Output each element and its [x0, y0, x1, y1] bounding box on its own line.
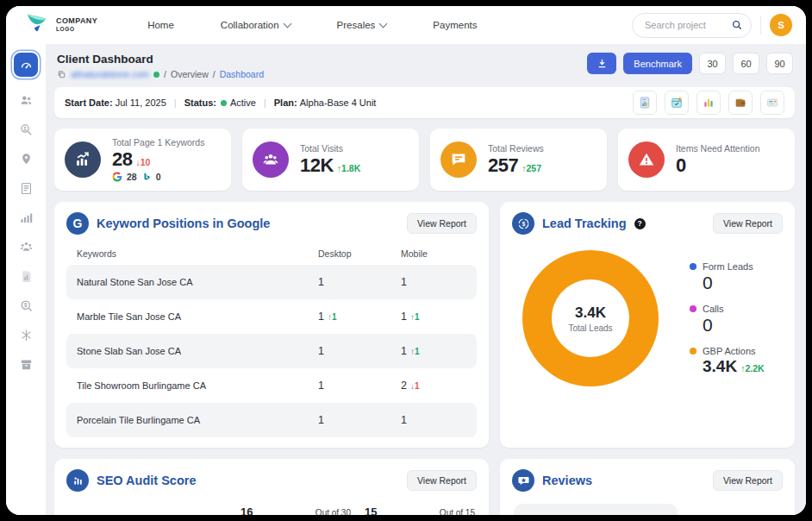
copy-icon[interactable] — [57, 70, 66, 79]
stat-delta: ↑1.8K — [337, 163, 360, 173]
stat-card-keywords: Total Page 1 Keywords 28 ↓10 28 0 — [54, 129, 231, 191]
keyword-cell: Tile Showroom Burlingame CA — [77, 380, 318, 391]
view-report-button[interactable]: View Report — [407, 470, 477, 491]
legend-label: Form Leads — [703, 261, 753, 272]
nav-collaboration[interactable]: Collaboration — [221, 20, 290, 30]
range-30-button[interactable]: 30 — [699, 53, 726, 74]
bing-keyword-count: 0 — [156, 172, 161, 182]
logo-text-logo: LOGO — [56, 27, 97, 33]
sidebar-item-users[interactable] — [18, 92, 34, 108]
table-header: Keywords Desktop Mobile — [66, 242, 477, 265]
legend-item-calls: Calls 0 — [690, 304, 765, 336]
range-60-button[interactable]: 60 — [733, 53, 759, 74]
sidebar-item-locations[interactable] — [18, 151, 34, 166]
keyword-cell: Natural Stone San Jose CA — [77, 277, 318, 287]
stat-title: Total Visits — [300, 143, 360, 154]
legend-item-form-leads: Form Leads 0 — [690, 261, 765, 293]
seo-audit-panel: SEO Audit Score View Report 16Out of 30 … — [54, 459, 489, 515]
plan-label: Plan: — [274, 97, 297, 108]
nav-payments[interactable]: Payments — [433, 20, 477, 30]
project-domain-link[interactable]: allnaturalstone.com — [71, 69, 149, 79]
wallet-icon[interactable] — [728, 91, 753, 115]
keyword-cell: Marble Tile San Jose CA — [77, 311, 318, 322]
column-keywords: Keywords — [77, 248, 318, 259]
score-value: 15 — [365, 505, 377, 515]
stat-title: Items Need Attention — [676, 143, 759, 154]
report-doc-icon — [19, 181, 34, 196]
total-leads-label: Total Leads — [568, 323, 612, 333]
stat-value: 12K — [300, 154, 334, 177]
desktop-rank: 1 — [318, 311, 324, 323]
reviews-panel: Reviews View Report 4.4 — [500, 459, 795, 515]
stat-delta: ↑257 — [522, 163, 541, 173]
sidebar-item-billing[interactable]: $ — [18, 298, 34, 313]
archive-box-icon — [19, 357, 34, 372]
nav-presales[interactable]: Presales — [337, 20, 387, 30]
stat-value: 28 — [112, 148, 132, 171]
calendar-icon[interactable] — [665, 91, 689, 115]
nav-home[interactable]: Home — [147, 20, 174, 30]
sidebar-item-dashboard[interactable] — [14, 53, 38, 77]
legend-label: Calls — [703, 304, 723, 314]
stat-title: Total Reviews — [488, 143, 544, 154]
google-icon — [112, 172, 122, 182]
view-report-button[interactable]: View Report — [713, 470, 783, 491]
desktop-rank: 1 — [318, 345, 324, 357]
snowflake-icon — [19, 328, 34, 342]
sidebar-item-archive[interactable] — [18, 356, 34, 372]
main-content: Client Dashboard allnaturalstone.com / O… — [46, 44, 806, 515]
search-input[interactable] — [643, 19, 731, 31]
sidebar-item-rankings[interactable] — [18, 210, 34, 225]
panel-title: Keyword Positions in Google — [97, 217, 270, 230]
breadcrumb-overview: Overview — [171, 69, 209, 79]
svg-text:$: $ — [522, 220, 525, 227]
stat-delta: ↓10 — [135, 157, 150, 167]
table-row: Porcelain Tile Burlingame CA 1 1 — [66, 403, 477, 437]
user-avatar[interactable]: S — [770, 14, 792, 36]
search-icon[interactable] — [731, 19, 743, 31]
average-rating: 4.4 — [528, 512, 664, 515]
separator: | — [174, 97, 177, 108]
sidebar-item-team[interactable] — [18, 239, 34, 254]
lead-tracking-panel: $ Lead Tracking ? View Report 3.4K Total… — [500, 202, 795, 448]
sidebar-item-settings[interactable] — [18, 327, 34, 342]
team-icon — [19, 240, 34, 254]
seo-score-bars: 16Out of 30 On-Page Optimization 15Out o… — [66, 505, 477, 515]
project-search[interactable] — [632, 13, 752, 38]
legend-value: 0 — [703, 273, 713, 293]
report-icon[interactable] — [633, 91, 657, 115]
legend-delta: ↑2.2K — [740, 363, 764, 373]
leads-donut-chart: 3.4K Total Leads — [522, 250, 659, 386]
table-row: Natural Stone San Jose CA 1 1 — [66, 265, 477, 299]
sidebar-item-reports[interactable] — [18, 180, 34, 196]
company-logo[interactable]: COMPANY LOGO — [25, 14, 97, 36]
breadcrumb-dashboard[interactable]: Dashboard — [220, 69, 264, 79]
legend-value: 0 — [703, 315, 713, 336]
main-nav: Home Collaboration Presales Payments — [147, 20, 477, 30]
legend-item-gbp-actions: GBP Actions 3.4K↑2.2K — [690, 346, 765, 376]
desktop-rank: 1 — [318, 276, 324, 288]
project-info-bar: Start Date: Jul 11, 2025 | Status: Activ… — [54, 87, 795, 118]
keyword-table: Keywords Desktop Mobile Natural Stone Sa… — [66, 242, 477, 437]
engine-breakdown: 28 0 — [112, 172, 204, 182]
legend-value: 3.4K — [703, 357, 737, 376]
stat-cards: Total Page 1 Keywords 28 ↓10 28 0 — [54, 129, 795, 191]
table-row: Tile Showroom Burlingame CA 1 2↓1 — [66, 368, 477, 403]
page-title: Client Dashboard — [57, 53, 264, 66]
benchmark-button[interactable]: Benchmark — [623, 53, 692, 74]
help-icon[interactable]: ? — [634, 218, 646, 229]
range-90-button[interactable]: 90 — [766, 53, 793, 74]
users-icon — [19, 93, 34, 108]
sidebar-item-user-search[interactable] — [18, 122, 34, 137]
breadcrumb: allnaturalstone.com / Overview / Dashboa… — [57, 69, 264, 79]
view-report-button[interactable]: View Report — [407, 213, 477, 234]
location-pin-icon — [19, 152, 34, 166]
rank-delta: ↓1 — [410, 381, 420, 391]
user-search-icon — [19, 122, 34, 137]
billing-icon[interactable] — [760, 91, 784, 115]
score-value: 16 — [240, 505, 253, 515]
sidebar-item-audit-file[interactable] — [18, 268, 34, 284]
download-button[interactable] — [587, 53, 616, 74]
analytics-icon[interactable] — [696, 91, 721, 115]
view-report-button[interactable]: View Report — [713, 213, 783, 234]
